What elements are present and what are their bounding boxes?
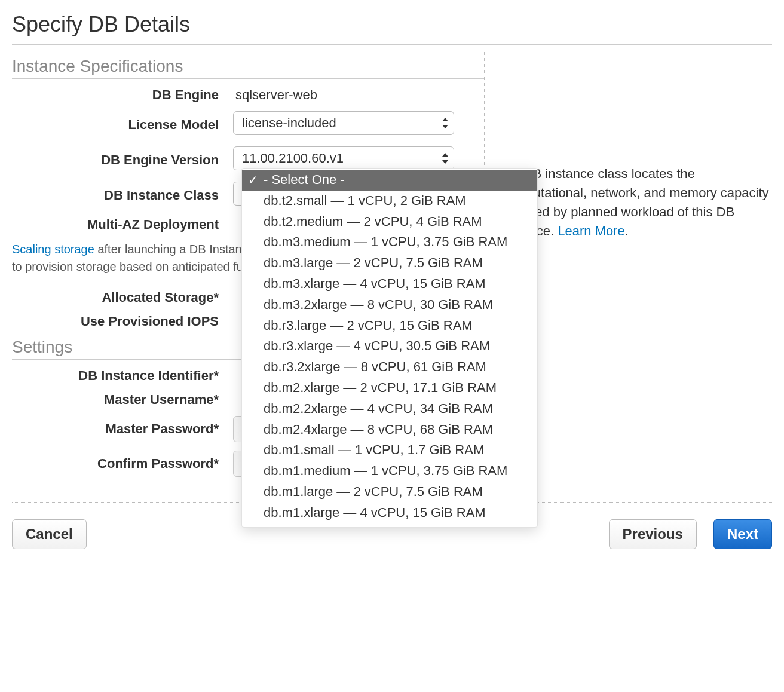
dropdown-option[interactable]: db.m1.xlarge — 4 vCPU, 15 GiB RAM <box>242 503 537 523</box>
dropdown-option[interactable]: db.m2.4xlarge — 8 vCPU, 68 GiB RAM <box>242 420 537 440</box>
dropdown-option[interactable]: db.t2.medium — 2 vCPU, 4 GiB RAM <box>242 212 537 232</box>
dropdown-option-label: db.m3.large — 2 vCPU, 7.5 GiB RAM <box>264 255 483 270</box>
dropdown-option[interactable]: db.r3.2xlarge — 8 vCPU, 61 GiB RAM <box>242 357 537 378</box>
link-learn-more[interactable]: Learn More <box>558 223 625 238</box>
dropdown-option[interactable]: db.m3.2xlarge — 8 vCPU, 30 GiB RAM <box>242 295 537 316</box>
dropdown-option-label: db.m3.2xlarge — 8 vCPU, 30 GiB RAM <box>264 297 493 312</box>
dropdown-option-label: db.m1.medium — 1 vCPU, 3.75 GiB RAM <box>264 463 507 478</box>
select-db-engine-version[interactable]: 11.00.2100.60.v1 <box>233 146 454 170</box>
label-license-model: License Model <box>12 117 233 133</box>
dropdown-option-label: db.t2.medium — 2 vCPU, 4 GiB RAM <box>264 214 482 229</box>
dropdown-option[interactable]: db.m2.2xlarge — 4 vCPU, 34 GiB RAM <box>242 399 537 420</box>
dropdown-option[interactable]: db.m3.xlarge — 4 vCPU, 15 GiB RAM <box>242 274 537 295</box>
section-instance-spec: Instance Specifications <box>12 57 484 79</box>
help-period: . <box>625 223 629 238</box>
dropdown-option-label: - Select One - <box>264 172 345 187</box>
dropdown-option[interactable]: ✓- Select One - <box>242 170 537 191</box>
row-license-model: License Model license-included <box>12 111 484 138</box>
dropdown-option[interactable]: db.m3.medium — 1 vCPU, 3.75 GiB RAM <box>242 232 537 253</box>
dropdown-option-label: db.m3.xlarge — 4 vCPU, 15 GiB RAM <box>264 276 486 291</box>
dropdown-option[interactable]: db.r3.xlarge — 4 vCPU, 30.5 GiB RAM <box>242 336 537 357</box>
label-db-instance-identifier: DB Instance Identifier* <box>12 368 233 384</box>
label-db-instance-class: DB Instance Class <box>12 188 233 203</box>
next-button[interactable]: Next <box>713 519 772 549</box>
dropdown-option[interactable]: db.r3.large — 2 vCPU, 15 GiB RAM <box>242 316 537 336</box>
dropdown-option[interactable]: db.t2.small — 1 vCPU, 2 GiB RAM <box>242 191 537 212</box>
chevron-updown-icon <box>441 118 448 128</box>
value-db-engine: sqlserver-web <box>233 87 317 102</box>
help-text: the DB instance class locates the comput… <box>501 166 769 238</box>
dropdown-option[interactable]: db.m2.xlarge — 2 vCPU, 17.1 GiB RAM <box>242 378 537 399</box>
label-master-password: Master Password* <box>12 421 233 437</box>
label-db-engine: DB Engine <box>12 87 233 103</box>
main-layout: Instance Specifications DB Engine sqlser… <box>12 51 772 503</box>
label-db-engine-version: DB Engine Version <box>12 152 233 168</box>
select-license-model[interactable]: license-included <box>233 111 454 135</box>
dropdown-option-label: db.m2.4xlarge — 8 vCPU, 68 GiB RAM <box>264 422 493 437</box>
dropdown-option[interactable]: db.m1.medium — 1 vCPU, 3.75 GiB RAM <box>242 461 537 482</box>
dropdown-option[interactable]: db.m1.small — 1 vCPU, 1.7 GiB RAM <box>242 440 537 461</box>
chevron-updown-icon <box>441 153 448 164</box>
label-provisioned-iops: Use Provisioned IOPS <box>12 314 233 329</box>
label-confirm-password: Confirm Password* <box>12 456 233 471</box>
label-multi-az: Multi-AZ Deployment <box>12 217 233 232</box>
label-master-username: Master Username* <box>12 392 233 408</box>
page-title: Specify DB Details <box>12 12 772 45</box>
link-scaling-storage[interactable]: Scaling storage <box>12 243 94 256</box>
dropdown-option-label: db.m2.xlarge — 2 vCPU, 17.1 GiB RAM <box>264 380 497 395</box>
cancel-button[interactable]: Cancel <box>12 519 87 549</box>
dropdown-option-label: db.m2.2xlarge — 4 vCPU, 34 GiB RAM <box>264 401 493 416</box>
dropdown-option[interactable]: db.m3.large — 2 vCPU, 7.5 GiB RAM <box>242 253 537 274</box>
dropdown-db-instance-class[interactable]: ✓- Select One -db.t2.small — 1 vCPU, 2 G… <box>241 168 538 528</box>
dropdown-option[interactable]: db.m1.large — 2 vCPU, 7.5 GiB RAM <box>242 482 537 503</box>
select-license-model-value: license-included <box>233 111 454 135</box>
dropdown-option-label: db.r3.2xlarge — 8 vCPU, 61 GiB RAM <box>264 359 486 374</box>
dropdown-option-label: db.r3.xlarge — 4 vCPU, 30.5 GiB RAM <box>264 338 490 353</box>
row-db-engine: DB Engine sqlserver-web <box>12 87 484 103</box>
label-allocated-storage: Allocated Storage* <box>12 290 233 305</box>
dropdown-option-label: db.r3.large — 2 vCPU, 15 GiB RAM <box>264 318 473 333</box>
dropdown-option-label: db.t2.small — 1 vCPU, 2 GiB RAM <box>264 193 466 208</box>
check-icon: ✓ <box>248 172 258 188</box>
dropdown-option-label: db.m3.medium — 1 vCPU, 3.75 GiB RAM <box>264 234 507 249</box>
dropdown-option-label: db.m1.xlarge — 4 vCPU, 15 GiB RAM <box>264 505 486 520</box>
select-db-engine-version-value: 11.00.2100.60.v1 <box>233 146 454 170</box>
previous-button[interactable]: Previous <box>609 519 697 549</box>
dropdown-option-label: db.m1.large — 2 vCPU, 7.5 GiB RAM <box>264 484 483 499</box>
dropdown-option-label: db.m1.small — 1 vCPU, 1.7 GiB RAM <box>264 442 484 457</box>
